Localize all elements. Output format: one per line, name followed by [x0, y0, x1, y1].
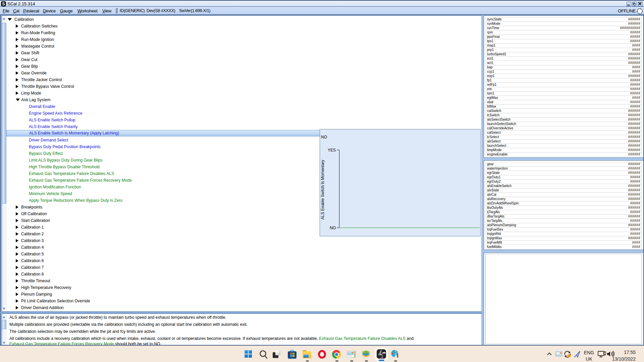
svg-text:CAL: CAL: [378, 353, 383, 356]
